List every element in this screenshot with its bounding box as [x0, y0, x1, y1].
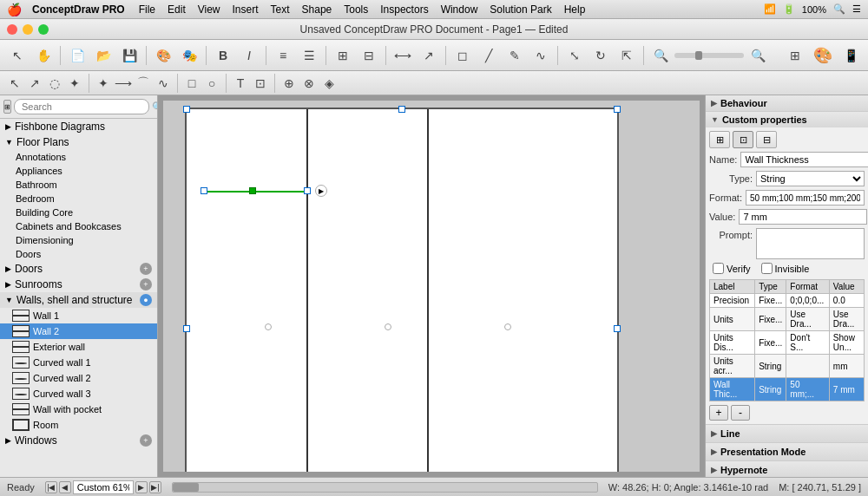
rect-icon[interactable]: □ — [182, 74, 201, 93]
tree-item-dimensioning[interactable]: Dimensioning — [0, 233, 157, 247]
wall-item-curved-1[interactable]: Curved wall 1 — [0, 355, 157, 370]
tree-item-bathroom[interactable]: Bathroom — [0, 178, 157, 192]
maximize-button[interactable] — [38, 24, 49, 35]
tree-item-annotations[interactable]: Annotations — [0, 150, 157, 164]
connector-icon[interactable]: ↗ — [417, 43, 441, 68]
line-tool-icon[interactable]: ╱ — [477, 43, 501, 68]
canvas-inner[interactable]: ▶ — [163, 101, 700, 472]
oval-icon[interactable]: ○ — [202, 74, 221, 93]
iphone-icon[interactable]: 📱 — [838, 43, 863, 68]
tree-group-fishbone[interactable]: ▶ Fishbone Diagrams — [0, 119, 157, 134]
text-box-icon[interactable]: ⊡ — [251, 74, 270, 93]
table-row-units[interactable]: Units Fixe... Use Dra... Use Dra... — [710, 308, 865, 331]
rotate-icon[interactable]: ↻ — [589, 43, 613, 68]
verify-checkbox[interactable] — [713, 263, 724, 274]
ungroup-icon[interactable]: ⊟ — [357, 43, 381, 68]
color-picker-icon[interactable]: 🎨 — [811, 43, 835, 68]
tree-item-bedroom[interactable]: Bedroom — [0, 192, 157, 206]
cp-icon-btn-3[interactable]: ⊟ — [756, 131, 777, 148]
apple-menu[interactable]: 🍎 — [7, 3, 22, 16]
menu-view[interactable]: View — [198, 3, 220, 16]
scroll-track[interactable] — [172, 482, 598, 493]
style-icon[interactable]: 🎨 — [151, 43, 175, 68]
move-icon[interactable]: ⤡ — [562, 43, 587, 68]
bold-icon[interactable]: B — [211, 43, 235, 68]
page-prev-btn[interactable]: ◀ — [59, 481, 71, 493]
table-row-units-dis[interactable]: Units Dis... Fixe... Don't S... Show Un.… — [710, 331, 865, 355]
zoom-input[interactable] — [73, 480, 134, 494]
table-row-wall-thic[interactable]: Wall Thic... String 50 mm;... 7 mm — [710, 378, 865, 401]
prompt-textarea[interactable] — [756, 228, 865, 259]
invisible-checkbox[interactable] — [761, 263, 773, 274]
custom-props-header[interactable]: ▼ Custom properties — [706, 112, 868, 127]
canvas-page[interactable]: ▶ — [185, 108, 619, 472]
walls-expand-btn[interactable]: ● — [140, 294, 152, 306]
edge-handle-top[interactable] — [398, 106, 405, 113]
pointer-tool[interactable]: ↖ — [5, 43, 30, 68]
category-sunrooms[interactable]: ▶ Sunrooms + — [0, 277, 157, 292]
edge-handle-right[interactable] — [614, 325, 621, 332]
zoom-slider[interactable] — [674, 53, 744, 58]
sunrooms-expand-btn[interactable]: + — [140, 278, 152, 290]
pen-tool-icon[interactable]: ✎ — [503, 43, 527, 68]
color-icon[interactable]: 🎭 — [177, 43, 201, 68]
menu-tools[interactable]: Tools — [344, 3, 368, 16]
page-next-btn[interactable]: ▶ — [135, 481, 148, 493]
scroll-thumb[interactable] — [173, 483, 199, 492]
tree-item-doors-submenu[interactable]: Doors — [0, 247, 157, 261]
edge-handle-left[interactable] — [183, 325, 190, 332]
table-row-precision[interactable]: Precision Fixe... 0;0,0;0... 0.0 — [710, 294, 865, 308]
search-icon[interactable]: 🔍 — [152, 101, 158, 113]
menu-inspectors[interactable]: Inspectors — [380, 3, 428, 16]
selected-wall-line[interactable] — [204, 191, 308, 193]
arrow-button[interactable]: ▶ — [315, 185, 327, 197]
group-icon[interactable]: ⊞ — [331, 43, 355, 68]
shape-tool-icon[interactable]: ◻ — [450, 43, 475, 68]
cp-icon-btn-2[interactable]: ⊡ — [733, 131, 753, 148]
wall-item-pocket[interactable]: Wall with pocket — [0, 401, 157, 417]
wall-item-curved-3[interactable]: Curved wall 3 — [0, 386, 157, 401]
search-input[interactable] — [14, 99, 149, 114]
type-select[interactable]: String Integer Float Boolean — [756, 171, 865, 186]
hand-tool[interactable]: ✋ — [31, 43, 56, 68]
subselect-icon[interactable]: ↗ — [25, 74, 44, 93]
slice-icon[interactable]: ⊗ — [299, 74, 319, 93]
wall-item-1[interactable]: Wall 1 — [0, 308, 157, 323]
select-icon[interactable]: ↖ — [5, 74, 24, 93]
line-header[interactable]: ▶ Line — [706, 425, 868, 442]
zoom-in-icon[interactable]: 🔍 — [648, 43, 673, 68]
handle-center-green[interactable] — [249, 187, 256, 194]
page-last-btn[interactable]: ▶| — [149, 481, 161, 493]
scale-icon[interactable]: ⇱ — [615, 43, 639, 68]
wall-item-room[interactable]: Room — [0, 417, 157, 433]
tree-item-building-core[interactable]: Building Core — [0, 206, 157, 219]
handle-right[interactable] — [304, 187, 311, 194]
new-doc-icon[interactable]: 📄 — [65, 43, 89, 68]
table-row-units-acr[interactable]: Units acr... String mm — [710, 355, 865, 378]
presentation-header[interactable]: ▶ Presentation Mode — [706, 443, 868, 460]
menu-help[interactable]: Help — [564, 3, 586, 16]
save-doc-icon[interactable]: 💾 — [117, 43, 141, 68]
menu-text[interactable]: Text — [271, 3, 290, 16]
name-input[interactable] — [740, 152, 868, 167]
connect-arc-icon[interactable]: ⌒ — [134, 74, 153, 93]
edit-points-icon[interactable]: ◈ — [319, 74, 339, 93]
grid-toggle-icon[interactable]: ⊞ — [783, 43, 807, 68]
page-first-btn[interactable]: |◀ — [45, 481, 57, 493]
corner-handle-tr[interactable] — [614, 106, 621, 113]
menu-shape[interactable]: Shape — [302, 3, 332, 16]
crop-icon[interactable]: ⊕ — [279, 74, 299, 93]
text-tool-icon[interactable]: T — [231, 74, 250, 93]
curve-tool-icon[interactable]: ∿ — [529, 43, 553, 68]
wall-item-2[interactable]: Wall 2 — [0, 323, 157, 339]
remove-property-button[interactable]: - — [731, 405, 750, 421]
align-left-icon[interactable]: ≡ — [271, 43, 295, 68]
menu-insert[interactable]: Insert — [233, 3, 259, 16]
close-button[interactable] — [7, 24, 17, 35]
magic-select-icon[interactable]: ✦ — [65, 74, 84, 93]
menu-solution-park[interactable]: Solution Park — [490, 3, 551, 16]
tree-item-appliances[interactable]: Appliances — [0, 164, 157, 178]
category-windows[interactable]: ▶ Windows + — [0, 433, 157, 448]
cp-icon-btn-1[interactable]: ⊞ — [709, 131, 730, 148]
tree-group-floorplans[interactable]: ▼ Floor Plans — [0, 134, 157, 150]
